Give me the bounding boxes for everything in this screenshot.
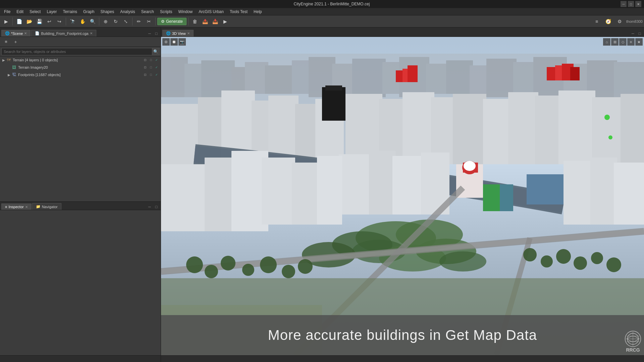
3d-view-close[interactable]: ✕ (187, 32, 190, 35)
terrain-wireframe-btn[interactable]: ⊡ (143, 57, 148, 63)
menu-analysis[interactable]: Analysis (117, 9, 138, 15)
imagery-wireframe-btn[interactable]: ⊡ (143, 65, 148, 70)
search-button[interactable]: 🔍 (152, 48, 159, 55)
footprints-wireframe-btn[interactable]: ⊡ (143, 72, 148, 77)
add-layer-button[interactable]: ＋ (11, 38, 19, 46)
import-button[interactable]: 📥 (210, 17, 220, 26)
svg-rect-50 (369, 151, 396, 215)
layer-row-imagery[interactable]: ▶ 🖼 Terrain Imagery20 ⊡ □ ✓ (0, 64, 161, 71)
compass-button[interactable]: 🧭 (603, 17, 613, 26)
open-button[interactable]: 📂 (24, 17, 34, 26)
svg-rect-43 (161, 164, 208, 231)
redo-button[interactable]: ↪ (55, 17, 64, 26)
layer-row-footprints[interactable]: ▶ 🏗 Footprints [11687 objects] ⊡ □ ✓ (0, 71, 161, 78)
svg-rect-30 (322, 87, 345, 121)
export-button[interactable]: 📤 (200, 17, 210, 26)
navigator-tab-icon: 📁 (36, 204, 41, 209)
rotate-button[interactable]: ↻ (111, 17, 120, 26)
footprints-visible-btn[interactable]: □ (148, 72, 154, 77)
menu-select[interactable]: Select (27, 9, 43, 15)
save-button[interactable]: 💾 (35, 17, 44, 26)
window-controls[interactable]: ─ □ ✕ (621, 1, 641, 7)
menu-scripts[interactable]: Scripts (157, 9, 175, 15)
footprints-expand-icon[interactable]: ▶ (7, 72, 11, 77)
run-button[interactable]: ▶ (220, 17, 230, 26)
navigator-tab[interactable]: 📁 Navigator (32, 203, 61, 210)
menu-help[interactable]: Help (251, 9, 265, 15)
view-perspective-btn[interactable]: ◇ (619, 38, 627, 46)
minimize-button[interactable]: ─ (621, 1, 627, 7)
inspector-panel-minimize[interactable]: ─ (147, 204, 153, 210)
view-zoom-fit-btn[interactable]: ⊞ (611, 38, 619, 46)
scale-button[interactable]: ⤡ (121, 17, 130, 26)
menu-window[interactable]: Window (176, 9, 196, 15)
search-input[interactable] (1, 48, 160, 55)
menu-search[interactable]: Search (139, 9, 157, 15)
scene-file-tabs: 🌐 *Scene ✕ 📄 Building_From_Footprint.cga… (0, 27, 161, 37)
viewport-display-btn[interactable]: 🔲 (170, 38, 178, 46)
view-layers-btn[interactable]: ≡ (627, 38, 635, 46)
file-tab-close[interactable]: ✕ (90, 32, 93, 35)
inspector-navigator-tabs: ≡ Inspector ✕ 📁 Navigator ─ □ (0, 201, 161, 210)
svg-point-89 (606, 257, 621, 272)
menu-layer[interactable]: Layer (44, 9, 59, 15)
layers-icon-button[interactable]: ≡ (592, 17, 601, 26)
svg-rect-62 (292, 163, 320, 225)
terrain-label: Terrain [4 layers | 0 objects] (13, 58, 143, 62)
inspector-tab[interactable]: ≡ Inspector ✕ (1, 203, 32, 210)
clean-button[interactable]: 🗑 (190, 17, 200, 26)
imagery-visible-btn[interactable]: □ (148, 65, 154, 70)
svg-point-78 (205, 265, 218, 278)
select-tool-button[interactable]: ▶ (1, 17, 11, 26)
menu-arcgis-urban[interactable]: ArcGIS Urban (196, 9, 226, 15)
inspector-tab-close[interactable]: ✕ (25, 205, 28, 209)
settings-button[interactable]: ⚙ (615, 17, 624, 26)
zoom-button[interactable]: 🔍 (88, 17, 97, 26)
svg-point-79 (221, 256, 235, 270)
terrain-expand-icon[interactable]: ▶ (1, 58, 6, 62)
scene-tab[interactable]: 🌐 *Scene ✕ (1, 30, 31, 37)
generate-button[interactable]: ⚙ Generate (157, 18, 186, 25)
3d-view-tab[interactable]: 🌐 3D View ✕ (162, 30, 194, 37)
file-tab[interactable]: 📄 Building_From_Footprint.cga ✕ (31, 30, 96, 37)
scene-panel-minimize[interactable]: ─ (147, 31, 153, 37)
menu-file[interactable]: File (1, 9, 13, 15)
undo-button[interactable]: ↩ (45, 17, 54, 26)
view-bookmark-btn[interactable]: ★ (635, 38, 643, 46)
view-panel-maximize[interactable]: □ (637, 31, 643, 37)
layer-row-terrain[interactable]: ▶ 🗺 Terrain [4 layers | 0 objects] ⊡ □ ✓ (0, 56, 161, 64)
inspector-panel (0, 210, 161, 355)
transform-button[interactable]: ⊕ (101, 17, 110, 26)
menu-terrains[interactable]: Terrains (60, 9, 80, 15)
layer-icon-btn[interactable]: ≡ (2, 38, 10, 46)
terrain-check-btn[interactable]: ✓ (154, 57, 159, 63)
pan-button[interactable]: ✋ (78, 17, 87, 26)
menu-shapes[interactable]: Shapes (98, 9, 117, 15)
maximize-button[interactable]: □ (628, 1, 634, 7)
view-home-btn[interactable]: ⌂ (603, 38, 610, 46)
inspector-panel-maximize[interactable]: □ (153, 204, 159, 210)
3d-viewport[interactable]: ⚙ 🔲 📷 ⌂ ⊞ ◇ ≡ ★ More accurate buildings … (161, 37, 644, 355)
navigator-tab-label: Navigator (42, 205, 58, 209)
right-panel: 🌐 3D View ✕ ─ □ (161, 27, 644, 362)
menu-edit[interactable]: Edit (14, 9, 26, 15)
scene-tab-close[interactable]: ✕ (24, 32, 27, 35)
viewport-settings-btn[interactable]: ⚙ (162, 38, 170, 46)
menu-tools-test[interactable]: Tools Test (227, 9, 250, 15)
3d-view-label: 3D View (172, 32, 186, 36)
navigate-button[interactable]: 🔭 (68, 17, 77, 26)
menu-graph[interactable]: Graph (80, 9, 97, 15)
imagery-icon: 🖼 (11, 65, 17, 70)
footprints-check-btn[interactable]: ✓ (154, 72, 159, 77)
overlay-text-bar: More accurate buildings in Get Map Data (161, 315, 644, 355)
terrain-visible-btn[interactable]: □ (148, 57, 154, 63)
toolbar-separator-6 (188, 17, 189, 25)
scene-panel-maximize[interactable]: □ (153, 31, 159, 37)
imagery-check-btn[interactable]: ✓ (154, 65, 159, 70)
view-panel-minimize[interactable]: ─ (630, 31, 636, 37)
new-button[interactable]: 📄 (14, 17, 24, 26)
draw-button[interactable]: ✏ (134, 17, 144, 26)
split-button[interactable]: ✂ (144, 17, 154, 26)
close-button[interactable]: ✕ (635, 1, 641, 7)
viewport-camera-btn[interactable]: 📷 (178, 38, 186, 46)
